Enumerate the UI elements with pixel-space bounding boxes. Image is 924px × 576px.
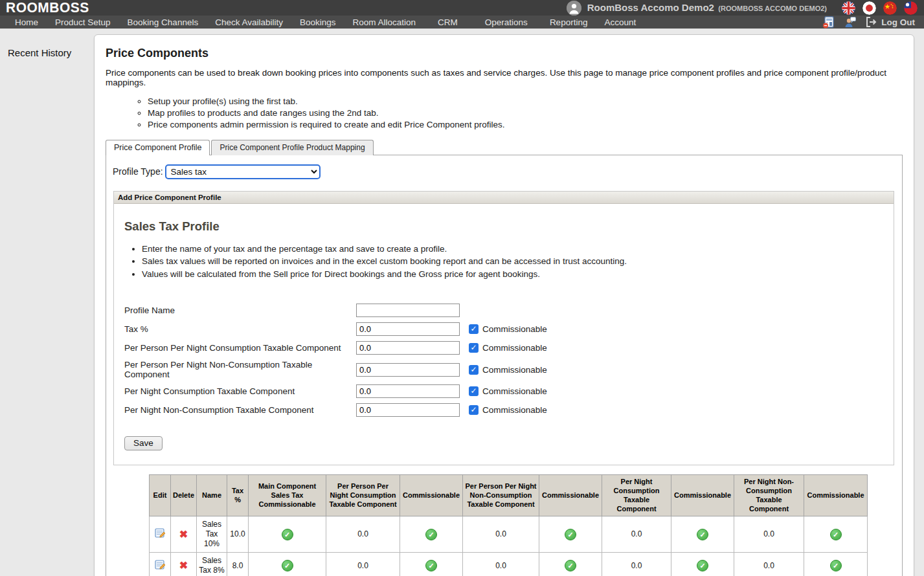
main-content-card: Price Components Price components can be… xyxy=(94,34,914,576)
nav-item-bookings[interactable]: Bookings xyxy=(291,17,344,27)
field-label: Per Night Consumption Taxable Component xyxy=(124,386,356,396)
form-row-5: Per Night Non-Consumption Taxable Compon… xyxy=(124,403,882,417)
field-label: Per Person Per Night Non-Consumption Tax… xyxy=(124,360,356,379)
profile-type-select[interactable]: Sales tax xyxy=(165,164,321,179)
nav-item-check-availability[interactable]: Check Availability xyxy=(207,17,291,27)
field-input-3[interactable] xyxy=(356,363,460,377)
nav-item-room-allocation[interactable]: Room Allocation xyxy=(344,17,425,27)
intro-bullet: Setup your profile(s) using the first ta… xyxy=(148,96,903,107)
component-value-cell: 0.0 xyxy=(602,516,671,553)
panel-bullet: Enter the name of your tax and the perce… xyxy=(142,244,882,254)
table-header-0: Edit xyxy=(150,475,171,516)
nav-item-reporting[interactable]: Reporting xyxy=(541,17,596,27)
component-commissionable-cell: ✓ xyxy=(671,516,734,553)
tab-price-component-profile[interactable]: Price Component Profile xyxy=(106,140,210,155)
main-commissionable-cell: ✓ xyxy=(249,516,326,553)
nav-item-product-setup[interactable]: Product Setup xyxy=(47,17,119,27)
add-profile-fieldset: Add Price Component Profile Sales Tax Pr… xyxy=(113,191,894,466)
component-value-cell: 0.0 xyxy=(602,553,671,576)
form-row-1: Tax %✓Commissionable xyxy=(124,322,882,336)
roomboss-logo: ROOMBOSS xyxy=(6,0,89,16)
table-header-4: Main Component Sales Tax Commissionable xyxy=(249,475,326,516)
field-input-5[interactable] xyxy=(356,403,460,417)
user-avatar-icon[interactable] xyxy=(567,1,581,16)
field-label: Tax % xyxy=(124,324,356,334)
edit-cell xyxy=(150,553,171,576)
component-value-cell: 0.0 xyxy=(463,553,539,576)
commissionable-check-icon: ✓ xyxy=(697,560,708,571)
commissionable-checkbox[interactable]: ✓ xyxy=(469,324,479,334)
component-commissionable-cell: ✓ xyxy=(400,516,463,553)
table-header-1: Delete xyxy=(171,475,197,516)
delete-icon[interactable]: ✖ xyxy=(179,528,188,541)
component-commissionable-cell: ✓ xyxy=(400,553,463,576)
flag-uk-icon[interactable] xyxy=(842,1,855,15)
form-row-4: Per Night Consumption Taxable Component✓… xyxy=(124,384,882,398)
delete-cell: ✖ xyxy=(171,553,197,576)
commissionable-check-icon: ✓ xyxy=(565,560,576,571)
commissionable-checkbox[interactable]: ✓ xyxy=(469,405,479,415)
main-navigation: HomeProduct SetupBooking ChannelsCheck A… xyxy=(0,16,924,29)
page-intro: Price components can be used to break do… xyxy=(106,68,903,87)
commissionable-checkbox[interactable]: ✓ xyxy=(469,365,479,375)
field-label: Per Night Non-Consumption Taxable Compon… xyxy=(124,405,356,415)
nav-item-operations[interactable]: Operations xyxy=(471,17,541,27)
table-header-7: Per Person Per Night Non-Consumption Tax… xyxy=(463,475,539,516)
field-input-1[interactable] xyxy=(356,322,460,336)
app-header: ROOMBOSS RoomBoss Accomo Demo2 (ROOMBOSS… xyxy=(0,0,924,16)
form-row-3: Per Person Per Night Non-Consumption Tax… xyxy=(124,360,882,379)
commissionable-group: ✓Commissionable xyxy=(469,405,547,415)
nav-item-crm[interactable]: CRM xyxy=(424,17,471,27)
nav-item-booking-channels[interactable]: Booking Channels xyxy=(119,17,207,27)
flag-china-icon[interactable] xyxy=(883,1,897,15)
commissionable-checkbox[interactable]: ✓ xyxy=(469,386,479,396)
edit-icon[interactable] xyxy=(155,527,166,541)
commissionable-check-icon: ✓ xyxy=(282,560,293,571)
tab-product-mapping[interactable]: Price Component Profile Product Mapping xyxy=(211,140,373,155)
table-header-11: Per Night Non-Consumption Taxable Compon… xyxy=(734,475,804,516)
flag-japan-icon[interactable] xyxy=(862,1,876,15)
component-commissionable-cell: ✓ xyxy=(804,553,868,576)
panel-bullet-list: Enter the name of your tax and the perce… xyxy=(142,244,882,280)
commissionable-label: Commissionable xyxy=(482,343,547,353)
edit-cell xyxy=(150,516,171,553)
edit-icon[interactable] xyxy=(155,559,166,573)
delete-icon[interactable]: ✖ xyxy=(179,559,188,572)
recent-history-title[interactable]: Recent History xyxy=(8,47,94,58)
guest-chat-icon[interactable] xyxy=(844,16,857,28)
field-input-0[interactable] xyxy=(356,304,460,317)
component-value-cell: 0.0 xyxy=(463,516,539,553)
logout-button[interactable]: Log Out xyxy=(865,16,915,28)
component-commissionable-cell: ✓ xyxy=(804,516,868,553)
component-commissionable-cell: ✓ xyxy=(671,553,734,576)
till-reconciliation-icon[interactable] xyxy=(822,16,835,28)
field-input-2[interactable] xyxy=(356,341,460,355)
component-commissionable-cell: ✓ xyxy=(539,553,602,576)
table-header-2: Name xyxy=(197,475,227,516)
commissionable-checkbox[interactable]: ✓ xyxy=(469,343,479,353)
component-value-cell: 0.0 xyxy=(326,516,400,553)
commissionable-group: ✓Commissionable xyxy=(469,343,547,353)
nav-item-account[interactable]: Account xyxy=(596,17,644,27)
logout-icon xyxy=(865,16,877,28)
language-flags xyxy=(842,1,918,15)
flag-taiwan-icon[interactable] xyxy=(904,1,918,15)
panel-bullet: Values will be calculated from the Sell … xyxy=(142,269,882,280)
tax-percent-cell: 8.0 xyxy=(227,553,249,576)
save-button[interactable]: Save xyxy=(124,436,163,450)
component-value-cell: 0.0 xyxy=(734,553,804,576)
commissionable-check-icon: ✓ xyxy=(425,529,437,540)
form-row-2: Per Person Per Night Consumption Taxable… xyxy=(124,341,882,355)
table-header-5: Per Person Per Night Consumption Taxable… xyxy=(326,475,400,516)
intro-bullet-list: Setup your profile(s) using the first ta… xyxy=(148,96,903,130)
field-label: Profile Name xyxy=(124,305,356,315)
table-header-12: Commissionable xyxy=(804,475,868,516)
name-cell: Sales Tax 10% xyxy=(197,516,227,553)
field-input-4[interactable] xyxy=(356,384,460,398)
user-account-suffix: (ROOMBOSS ACCOMO DEMO2) xyxy=(718,5,827,12)
commissionable-check-icon: ✓ xyxy=(282,529,293,540)
user-name: RoomBoss Accomo Demo2 xyxy=(587,2,714,13)
nav-item-home[interactable]: Home xyxy=(6,17,47,27)
commissionable-check-icon: ✓ xyxy=(425,560,437,571)
tax-percent-cell: 10.0 xyxy=(227,516,249,553)
